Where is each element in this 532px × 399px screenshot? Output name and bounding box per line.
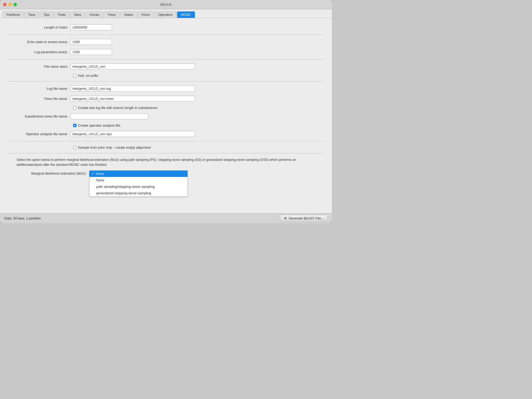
operator-analysis-input[interactable] (71, 131, 195, 137)
subs-trees-row: Substitutions trees file name: (8, 113, 324, 119)
file-name-stem-input[interactable] (71, 64, 195, 70)
sample-from-prior-row: Sample from prior only – create empty al… (73, 146, 324, 149)
close-button[interactable] (3, 3, 6, 6)
mle-dropdown-options: None path sampling/stepping-stone sampli… (89, 177, 188, 197)
mle-dropdown[interactable]: ✓ None None path sampling/stepping-stone… (89, 170, 188, 197)
length-of-chain-label: Length of chain: (8, 25, 71, 29)
add-txt-suffix-label: Add .txt suffix (78, 74, 98, 78)
tab-clocks[interactable]: Clocks (86, 11, 103, 18)
traffic-lights (3, 3, 17, 6)
create-operator-label: Create operator analysis file: (78, 123, 121, 127)
statusbar: Data: 30 taxa, 1 partition ⚙ Generate BE… (0, 213, 332, 223)
file-name-stem-row: File name stem: (8, 64, 324, 70)
create-tree-log-row: Create tree log file with branch length … (73, 106, 324, 110)
mle-selected-label: None (96, 172, 104, 176)
tab-partitions[interactable]: Partitions (3, 11, 24, 18)
tab-states[interactable]: States (120, 11, 137, 18)
create-tree-log-label: Create tree log file with branch length … (78, 106, 158, 110)
tab-priors[interactable]: Priors (138, 11, 154, 18)
create-operator-checkbox[interactable] (73, 124, 76, 127)
tab-trees[interactable]: Trees (104, 11, 120, 18)
window-title: BEAUti (160, 3, 171, 6)
tab-operators[interactable]: Operators (154, 11, 177, 18)
mle-dropdown-selected[interactable]: ✓ None (89, 170, 188, 177)
create-tree-log-checkbox[interactable] (73, 106, 76, 109)
add-txt-suffix-checkbox[interactable] (73, 74, 76, 77)
tab-taxa[interactable]: Taxa (24, 11, 39, 18)
add-txt-suffix-row: Add .txt suffix (73, 74, 324, 78)
log-params-row: Log parameters every: (8, 49, 324, 55)
mle-row: Marginal likelihood estimation (MLE): ✓ … (17, 170, 324, 197)
log-file-row: Log file name: (8, 86, 324, 92)
length-of-chain-row: Length of chain: (8, 24, 324, 30)
echo-state-input[interactable] (71, 39, 112, 45)
generate-beast-file-button[interactable]: ⚙ Generate BEAST File... (280, 215, 328, 222)
main-window: BEAUti Partitions Taxa Tips Traits Sites… (0, 0, 332, 223)
length-of-chain-input[interactable] (71, 24, 112, 30)
echo-state-row: Echo state to screen every: (8, 39, 324, 45)
tab-traits[interactable]: Traits (54, 11, 70, 18)
titlebar: BEAUti (0, 0, 332, 9)
tabs-bar: Partitions Taxa Tips Traits Sites Clocks… (0, 9, 332, 18)
generate-button-label: Generate BEAST File... (289, 216, 324, 220)
file-name-stem-label: File name stem: (8, 65, 71, 68)
log-file-label: Log file name: (8, 87, 71, 91)
operator-analysis-row: Operator analysis file name: (8, 131, 324, 137)
dropdown-option-none[interactable]: None (89, 177, 187, 183)
log-params-input[interactable] (71, 49, 112, 55)
main-content: Length of chain: Echo state to screen ev… (0, 18, 332, 213)
trees-file-label: Trees file name: (8, 97, 71, 101)
tab-tips[interactable]: Tips (40, 11, 53, 18)
create-operator-row: Create operator analysis file: (73, 123, 324, 127)
gear-icon: ⚙ (284, 216, 287, 220)
sample-from-prior-checkbox[interactable] (73, 146, 76, 149)
trees-file-row: Trees file name: (8, 96, 324, 102)
minimize-button[interactable] (8, 3, 12, 6)
data-info: Data: 30 taxa, 1 partition (4, 216, 41, 220)
echo-state-label: Echo state to screen every: (8, 40, 71, 44)
maximize-button[interactable] (13, 3, 17, 6)
tab-sites[interactable]: Sites (70, 11, 85, 18)
subs-trees-input[interactable] (71, 113, 148, 119)
mle-description: Select the option below to perform margi… (17, 157, 315, 167)
dropdown-option-path-sampling[interactable]: path sampling/stepping-stone sampling (89, 183, 187, 190)
tab-mcmc[interactable]: MCMC (177, 11, 195, 18)
log-file-input[interactable] (71, 86, 195, 92)
checkmark-icon: ✓ (92, 172, 94, 176)
trees-file-input[interactable] (71, 96, 195, 102)
subs-trees-label: Substitutions trees file name: (8, 114, 71, 118)
mle-label: Marginal likelihood estimation (MLE): (17, 170, 89, 175)
operator-analysis-label: Operator analysis file name: (8, 132, 71, 136)
log-params-label: Log parameters every: (8, 50, 71, 54)
dropdown-option-generalized[interactable]: generalized stepping-stone sampling (89, 190, 187, 196)
sample-from-prior-label: Sample from prior only – create empty al… (78, 146, 151, 149)
